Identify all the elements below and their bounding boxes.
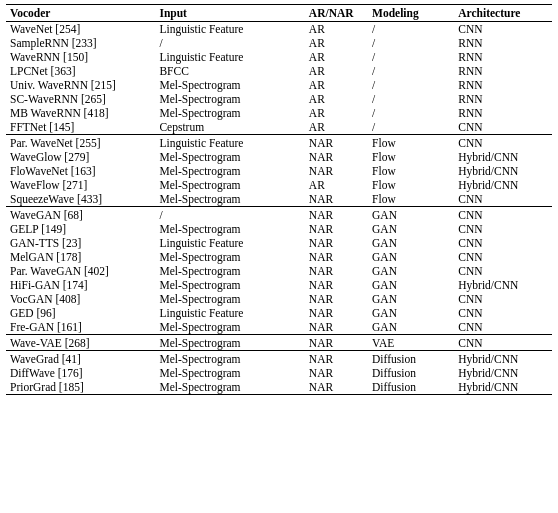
table-row: DiffWave [176]Mel-SpectrogramNARDiffusio… bbox=[6, 366, 552, 380]
table-row: WaveGrad [41]Mel-SpectrogramNARDiffusion… bbox=[6, 351, 552, 367]
table-cell: Mel-Spectrogram bbox=[155, 351, 304, 367]
table-cell: Hybrid/CNN bbox=[454, 178, 552, 192]
table-cell: NAR bbox=[305, 320, 368, 335]
table-cell: AR bbox=[305, 36, 368, 50]
table-row: GED [96]Linguistic FeatureNARGANCNN bbox=[6, 306, 552, 320]
table-cell: Flow bbox=[368, 135, 454, 151]
table-cell: WaveGAN [68] bbox=[6, 207, 155, 223]
table-cell: Mel-Spectrogram bbox=[155, 192, 304, 207]
table-cell: Mel-Spectrogram bbox=[155, 335, 304, 351]
table-cell: Mel-Spectrogram bbox=[155, 320, 304, 335]
table-cell: / bbox=[155, 36, 304, 50]
table-cell: GED [96] bbox=[6, 306, 155, 320]
table-cell: CNN bbox=[454, 120, 552, 135]
table-cell: GAN bbox=[368, 292, 454, 306]
table-cell: AR bbox=[305, 92, 368, 106]
table-cell: CNN bbox=[454, 192, 552, 207]
table-cell: SqueezeWave [433] bbox=[6, 192, 155, 207]
table-cell: Univ. WaveRNN [215] bbox=[6, 78, 155, 92]
table-cell: / bbox=[368, 64, 454, 78]
table-cell: Diffusion bbox=[368, 366, 454, 380]
table-row: PriorGrad [185]Mel-SpectrogramNARDiffusi… bbox=[6, 380, 552, 395]
table-cell: FFTNet [145] bbox=[6, 120, 155, 135]
table-cell: Mel-Spectrogram bbox=[155, 150, 304, 164]
table-row: WaveNet [254]Linguistic FeatureAR/CNN bbox=[6, 22, 552, 37]
vocoder-table: Vocoder Input AR/NAR Modeling Architectu… bbox=[6, 4, 552, 395]
table-cell: / bbox=[368, 120, 454, 135]
table-cell: MB WaveRNN [418] bbox=[6, 106, 155, 120]
table-cell: RNN bbox=[454, 78, 552, 92]
table-cell: Mel-Spectrogram bbox=[155, 250, 304, 264]
table-cell: VocGAN [408] bbox=[6, 292, 155, 306]
table-cell: GAN bbox=[368, 236, 454, 250]
table-cell: CNN bbox=[454, 335, 552, 351]
table-cell: Mel-Spectrogram bbox=[155, 380, 304, 395]
header-modeling: Modeling bbox=[368, 5, 454, 22]
table-cell: CNN bbox=[454, 320, 552, 335]
table-cell: Fre-GAN [161] bbox=[6, 320, 155, 335]
table-cell: NAR bbox=[305, 150, 368, 164]
table-cell: CNN bbox=[454, 250, 552, 264]
table-header-row: Vocoder Input AR/NAR Modeling Architectu… bbox=[6, 5, 552, 22]
table-row: Univ. WaveRNN [215]Mel-SpectrogramAR/RNN bbox=[6, 78, 552, 92]
table-row: WaveGAN [68]/NARGANCNN bbox=[6, 207, 552, 223]
header-arnar: AR/NAR bbox=[305, 5, 368, 22]
table-cell: Par. WaveNet [255] bbox=[6, 135, 155, 151]
table-cell: NAR bbox=[305, 335, 368, 351]
table-cell: RNN bbox=[454, 36, 552, 50]
table-cell: CNN bbox=[454, 306, 552, 320]
table-cell: CNN bbox=[454, 135, 552, 151]
table-cell: NAR bbox=[305, 292, 368, 306]
table-container: Vocoder Input AR/NAR Modeling Architectu… bbox=[0, 0, 558, 399]
table-cell: / bbox=[368, 22, 454, 37]
table-cell: Mel-Spectrogram bbox=[155, 178, 304, 192]
table-cell: GAN bbox=[368, 250, 454, 264]
table-cell: NAR bbox=[305, 236, 368, 250]
table-cell: SC-WaveRNN [265] bbox=[6, 92, 155, 106]
table-cell: CNN bbox=[454, 236, 552, 250]
table-cell: Mel-Spectrogram bbox=[155, 78, 304, 92]
table-cell: CNN bbox=[454, 222, 552, 236]
table-cell: GAN bbox=[368, 320, 454, 335]
table-row: Par. WaveGAN [402]Mel-SpectrogramNARGANC… bbox=[6, 264, 552, 278]
table-cell: GAN bbox=[368, 222, 454, 236]
table-cell: LPCNet [363] bbox=[6, 64, 155, 78]
table-cell: Mel-Spectrogram bbox=[155, 222, 304, 236]
table-cell: WaveRNN [150] bbox=[6, 50, 155, 64]
table-row: Fre-GAN [161]Mel-SpectrogramNARGANCNN bbox=[6, 320, 552, 335]
table-cell: Flow bbox=[368, 150, 454, 164]
table-cell: Par. WaveGAN [402] bbox=[6, 264, 155, 278]
table-cell: / bbox=[368, 78, 454, 92]
table-cell: GAN bbox=[368, 278, 454, 292]
table-cell: AR bbox=[305, 22, 368, 37]
table-cell: Mel-Spectrogram bbox=[155, 366, 304, 380]
table-cell: Linguistic Feature bbox=[155, 236, 304, 250]
table-cell: / bbox=[368, 36, 454, 50]
table-cell: AR bbox=[305, 120, 368, 135]
table-cell: RNN bbox=[454, 92, 552, 106]
table-cell: Flow bbox=[368, 164, 454, 178]
table-cell: CNN bbox=[454, 264, 552, 278]
table-cell: RNN bbox=[454, 50, 552, 64]
table-cell: Mel-Spectrogram bbox=[155, 278, 304, 292]
table-row: WaveRNN [150]Linguistic FeatureAR/RNN bbox=[6, 50, 552, 64]
table-row: GELP [149]Mel-SpectrogramNARGANCNN bbox=[6, 222, 552, 236]
table-cell: Linguistic Feature bbox=[155, 135, 304, 151]
table-cell: WaveNet [254] bbox=[6, 22, 155, 37]
table-cell: / bbox=[155, 207, 304, 223]
table-row: SC-WaveRNN [265]Mel-SpectrogramAR/RNN bbox=[6, 92, 552, 106]
table-cell: PriorGrad [185] bbox=[6, 380, 155, 395]
table-cell: WaveFlow [271] bbox=[6, 178, 155, 192]
table-cell: MelGAN [178] bbox=[6, 250, 155, 264]
table-row: GAN-TTS [23]Linguistic FeatureNARGANCNN bbox=[6, 236, 552, 250]
table-row: VocGAN [408]Mel-SpectrogramNARGANCNN bbox=[6, 292, 552, 306]
table-cell: DiffWave [176] bbox=[6, 366, 155, 380]
table-cell: Mel-Spectrogram bbox=[155, 164, 304, 178]
table-cell: AR bbox=[305, 64, 368, 78]
table-cell: Flow bbox=[368, 192, 454, 207]
header-architecture: Architecture bbox=[454, 5, 552, 22]
table-cell: FloWaveNet [163] bbox=[6, 164, 155, 178]
table-cell: RNN bbox=[454, 64, 552, 78]
table-cell: NAR bbox=[305, 278, 368, 292]
table-cell: RNN bbox=[454, 106, 552, 120]
